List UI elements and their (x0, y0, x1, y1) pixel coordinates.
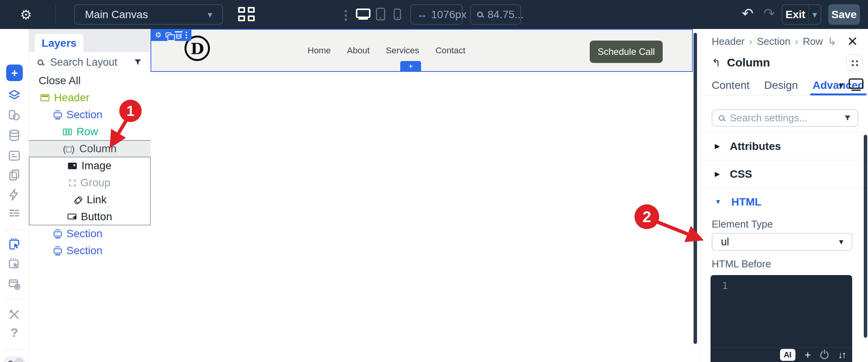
element-type-select[interactable]: ul ▾ (712, 233, 853, 251)
header-section-preview[interactable]: ⚙ D HomeAboutServicesContact Schedule Ca… (151, 29, 693, 72)
html-before-editor[interactable]: 1 AI + ↓↑ (711, 275, 852, 362)
filter-icon[interactable] (134, 58, 142, 66)
layers-icon[interactable] (8, 89, 21, 102)
schedule-call-button[interactable]: Schedule Call (590, 41, 663, 63)
section-toggle-icon: ▶ (715, 170, 720, 178)
duplicate-icon[interactable] (166, 32, 171, 37)
layers-panel: Layers Close All Header Section Row (29, 29, 151, 362)
breadcrumb-item[interactable]: Row (803, 36, 823, 48)
back-arrow-icon[interactable]: ↰ (712, 56, 721, 69)
canvas-selector-dropdown[interactable]: Main Canvas ▾ (74, 4, 223, 25)
desktop-breakpoint-icon[interactable] (356, 8, 371, 18)
settings-search (712, 109, 858, 127)
search-layout-input[interactable] (50, 56, 127, 68)
select-mode-icon[interactable] (8, 238, 21, 251)
add-element-icon[interactable]: + (6, 65, 23, 81)
layer-item[interactable]: Header (29, 89, 151, 106)
layer-item[interactable]: Button (29, 208, 151, 225)
layer-item[interactable]: Close All (29, 72, 151, 89)
settings-tab[interactable]: Content (712, 75, 750, 95)
panel-scrollbar[interactable] (864, 135, 867, 338)
undo-icon[interactable]: ↶ (742, 5, 753, 22)
settings-section-row[interactable]: ▶ CSS (701, 160, 868, 188)
design-library-icon[interactable] (8, 109, 21, 122)
layer-label: Column (80, 143, 117, 155)
layer-item[interactable]: Row (29, 123, 151, 140)
interactions-icon[interactable] (8, 188, 21, 201)
exit-button[interactable]: Exit (782, 8, 809, 21)
canvas-zoom-input[interactable]: 84.75... (470, 4, 521, 25)
element-toolbar: ⚙ (151, 29, 191, 41)
breadcrumb-separator: › (749, 36, 752, 47)
phone-breakpoint-icon[interactable] (394, 8, 401, 20)
editor-sort-icon[interactable]: ↓↑ (838, 349, 845, 360)
layer-item[interactable]: Column (29, 140, 151, 157)
layer-type-icon (63, 143, 74, 155)
left-toolbar: + (0, 29, 29, 362)
element-title-row: ↰ Column (712, 54, 863, 71)
tools-icon[interactable] (8, 308, 21, 321)
tabs-dropdown-icon[interactable]: ▾ (839, 80, 843, 91)
layer-type-icon (54, 231, 62, 236)
layer-item[interactable]: Link (29, 191, 151, 208)
breadcrumb-separator: › (795, 36, 798, 47)
more-options-icon[interactable] (186, 34, 187, 36)
canvas-selector-value: Main Canvas (85, 8, 148, 21)
layer-label: Row (76, 126, 98, 138)
nav-link[interactable]: Home (308, 46, 331, 56)
layer-item[interactable]: Image (29, 157, 151, 174)
redo-icon[interactable]: ↷ (763, 5, 775, 22)
structure-icon[interactable] (8, 207, 21, 220)
canvas-scrollbar[interactable] (694, 33, 697, 344)
nav-link[interactable]: Services (386, 46, 419, 56)
add-section-button[interactable]: + (400, 61, 421, 72)
nav-link[interactable]: Contact (435, 46, 465, 56)
help-icon[interactable]: ? (10, 326, 18, 340)
theme-toggle[interactable]: ⚙ (4, 357, 25, 362)
exit-button-group[interactable]: Exit ▾ (782, 4, 821, 25)
layer-item[interactable]: Section (29, 106, 151, 123)
ai-button[interactable]: AI (780, 349, 795, 361)
dynamic-data-icon[interactable] (8, 129, 21, 142)
element-settings-icon[interactable]: ⚙ (155, 31, 161, 39)
breadcrumb-item[interactable]: Section (757, 36, 790, 48)
hover-mode-icon[interactable] (8, 257, 21, 270)
pages-icon[interactable] (8, 168, 21, 182)
layer-item[interactable]: Group (29, 174, 151, 191)
settings-gear-icon[interactable]: ⚙ (20, 8, 32, 21)
editor-toolbar: AI + ↓↑ (711, 347, 852, 362)
canvas-width-input[interactable]: ↔ 1076px (410, 4, 463, 25)
settings-section-row[interactable]: ▼ HTML (701, 188, 868, 216)
editor-add-icon[interactable]: + (805, 350, 811, 360)
settings-section-row[interactable]: ▶ Attributes (701, 132, 868, 160)
layer-item[interactable]: Section (29, 225, 151, 242)
layer-item[interactable]: Section (29, 242, 151, 259)
layers-panel-header: Layers (29, 29, 151, 52)
filter-icon[interactable] (844, 114, 851, 122)
settings-tab[interactable]: Design (764, 75, 798, 95)
layer-type-icon (71, 193, 84, 206)
layers-search-row (29, 52, 151, 73)
save-button[interactable]: Save (828, 4, 860, 25)
layout-grid-icon[interactable] (238, 7, 257, 22)
breadcrumb-child-icon: ↳ (827, 35, 836, 48)
breadcrumb-item[interactable]: Header (712, 36, 744, 48)
element-templates-icon[interactable] (8, 149, 21, 162)
close-icon[interactable]: ✕ (847, 34, 858, 49)
responsive-device-icon[interactable] (849, 78, 863, 89)
browser-settings-icon[interactable] (8, 278, 21, 291)
presets-icon[interactable] (846, 54, 863, 71)
settings-sections: ▶ Attributes ▶ CSS ▼ HTML (701, 132, 868, 216)
layers-tree: Close All Header Section Row Column Imag… (29, 72, 151, 259)
search-settings-input[interactable] (730, 112, 838, 124)
layer-label: Section (66, 245, 102, 257)
element-title: Column (727, 56, 770, 69)
tab-layers[interactable]: Layers (35, 34, 83, 52)
layer-type-icon (54, 248, 62, 253)
kebab-menu-icon[interactable] (345, 10, 347, 12)
delete-icon[interactable] (176, 34, 181, 39)
tablet-breakpoint-icon[interactable] (376, 8, 385, 20)
editor-power-icon[interactable] (820, 351, 829, 359)
exit-dropdown-icon[interactable]: ▾ (809, 9, 821, 20)
nav-link[interactable]: About (347, 46, 370, 56)
